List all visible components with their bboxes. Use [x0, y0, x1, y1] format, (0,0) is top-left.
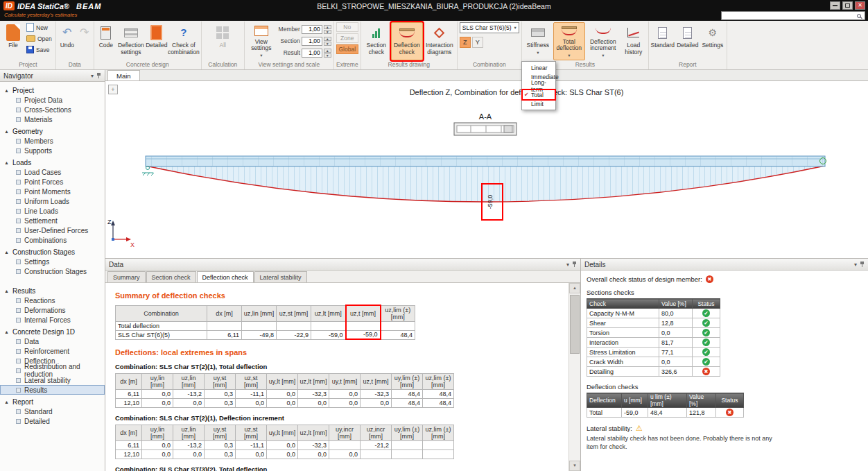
- tab-summary[interactable]: Summary: [107, 271, 146, 282]
- nav-section-report[interactable]: ▲Report: [0, 397, 105, 406]
- panel-menu-icon[interactable]: ▾: [566, 262, 569, 268]
- axis-z-button[interactable]: Z: [460, 37, 471, 48]
- nav-item-detailed[interactable]: Detailed: [0, 416, 105, 426]
- maximize-button[interactable]: [842, 1, 853, 10]
- total-deflection-button[interactable]: Total deflection ▾: [553, 22, 585, 60]
- close-button[interactable]: ✕: [855, 1, 865, 10]
- redo-button[interactable]: ↷: [78, 22, 92, 60]
- extreme-no-button[interactable]: No: [336, 22, 358, 32]
- axis-y-button[interactable]: Y: [472, 37, 483, 48]
- pin-icon[interactable]: [860, 261, 865, 268]
- nav-item-supports[interactable]: Supports: [0, 146, 105, 155]
- nav-section-loads[interactable]: ▲Loads: [0, 157, 105, 167]
- undo-button[interactable]: ↶ Undo: [58, 22, 76, 60]
- tab-deflection-check[interactable]: Deflection check: [197, 271, 254, 282]
- section-check-button[interactable]: Section check: [363, 22, 390, 60]
- nav-item-cross-sections[interactable]: Cross-Sections: [0, 105, 105, 114]
- menu-item-linear[interactable]: Linear: [523, 63, 555, 72]
- deflection-increment-button[interactable]: Deflection increment ▾: [587, 22, 620, 60]
- nav-item-results-selected[interactable]: Results: [0, 385, 105, 395]
- fit-view-button[interactable]: +: [108, 85, 118, 94]
- member-scale-stepper[interactable]: ▲▼: [324, 25, 331, 34]
- nav-item-settings[interactable]: Settings: [0, 257, 105, 266]
- nav-item-internal-forces[interactable]: Internal Forces: [0, 315, 105, 325]
- scroll-up-icon[interactable]: ▲: [569, 283, 580, 293]
- nav-item-project-data[interactable]: Project Data: [0, 95, 105, 105]
- member-scale-input[interactable]: [302, 25, 322, 34]
- nav-item-deformations[interactable]: Deformations: [0, 305, 105, 315]
- section-scale-stepper[interactable]: ▲▼: [324, 37, 331, 46]
- nav-item-reinforcement[interactable]: Reinforcement: [0, 346, 105, 356]
- load-history-button[interactable]: Load history: [621, 22, 646, 60]
- result-scale-input[interactable]: [302, 49, 322, 58]
- step-down-icon[interactable]: ▼: [324, 30, 331, 34]
- deflection-check-button[interactable]: Deflection check: [391, 22, 423, 60]
- report-standard-button[interactable]: Standard: [651, 22, 675, 60]
- table-cell: uz,lt [mm]: [298, 425, 329, 441]
- nav-item-data[interactable]: Data: [0, 336, 105, 346]
- stiffness-button[interactable]: Stiffness ▾: [524, 22, 552, 60]
- search-input[interactable]: [722, 12, 857, 19]
- result-scale-stepper[interactable]: ▲▼: [324, 49, 331, 58]
- nav-item-construction-stages[interactable]: Construction Stages: [0, 266, 105, 276]
- minimize-button[interactable]: [830, 1, 840, 10]
- nav-section-results[interactable]: ▲Results: [0, 286, 105, 296]
- scrollbar-thumb[interactable]: [570, 295, 580, 354]
- nav-item-point-forces[interactable]: Point Forces: [0, 177, 105, 187]
- nav-item-label: Detailed: [24, 418, 50, 425]
- save-button[interactable]: Save: [25, 44, 53, 55]
- detailed-check-button[interactable]: Detailed: [146, 22, 167, 60]
- step-up-icon[interactable]: ▲: [324, 37, 331, 41]
- nav-item-user-defined-forces[interactable]: User-Defined Forces: [0, 225, 105, 235]
- step-down-icon[interactable]: ▼: [324, 53, 331, 58]
- menu-item-limit[interactable]: Limit: [523, 99, 555, 108]
- tab-main[interactable]: Main: [107, 70, 140, 80]
- code-button[interactable]: Code: [96, 22, 116, 60]
- panel-menu-icon[interactable]: ▾: [91, 73, 94, 79]
- file-button[interactable]: File: [3, 22, 24, 60]
- panel-menu-icon[interactable]: ▾: [854, 262, 857, 268]
- nav-item-combinations[interactable]: Combinations: [0, 235, 105, 245]
- nav-section-geometry[interactable]: ▲Geometry: [0, 126, 105, 136]
- scrollbar-track[interactable]: [569, 293, 580, 461]
- step-up-icon[interactable]: ▲: [324, 25, 331, 29]
- combination-select[interactable]: SLS Char ST(6)(5) ▾: [460, 22, 519, 33]
- nav-item-load-cases[interactable]: Load Cases: [0, 167, 105, 177]
- check-of-combination-button[interactable]: ? Check of combination: [168, 22, 199, 60]
- nav-item-line-loads[interactable]: Line Loads: [0, 206, 105, 216]
- tab-lateral-stability[interactable]: Lateral stability: [254, 271, 307, 282]
- table-cell: dx [m]: [116, 425, 142, 441]
- deflection-settings-button[interactable]: Deflection settings: [117, 22, 145, 60]
- nav-item-reactions[interactable]: Reactions: [0, 296, 105, 305]
- open-button[interactable]: Open: [25, 33, 53, 44]
- extreme-global-button[interactable]: Global: [336, 44, 358, 54]
- section-scale-input[interactable]: [302, 37, 322, 46]
- extreme-zone-button[interactable]: Zone: [336, 33, 358, 43]
- pin-icon[interactable]: [572, 261, 577, 268]
- step-up-icon[interactable]: ▲: [324, 49, 331, 53]
- search-icon[interactable]: [857, 14, 861, 18]
- nav-item-settlement[interactable]: Settlement: [0, 216, 105, 225]
- tab-section-check[interactable]: Section check: [146, 271, 196, 282]
- nav-item-materials[interactable]: Materials: [0, 114, 105, 124]
- nav-section-construction-stages[interactable]: ▲Construction Stages: [0, 247, 105, 257]
- vertical-scrollbar[interactable]: ▲ ▼: [568, 283, 580, 471]
- nav-section-project[interactable]: ▲Project: [0, 85, 105, 95]
- menu-item-long-term[interactable]: Long-term: [523, 81, 555, 90]
- calculate-all-button[interactable]: All: [211, 22, 234, 60]
- new-button[interactable]: New: [25, 22, 53, 33]
- nav-item-redistribution-and-reduction[interactable]: Redistribution and reduction: [0, 366, 105, 375]
- pin-icon[interactable]: [96, 72, 101, 79]
- stiffness-label: Stiffness: [527, 42, 549, 49]
- report-settings-button[interactable]: ⚙ Settings: [701, 22, 724, 60]
- scroll-down-icon[interactable]: ▼: [569, 461, 580, 471]
- step-down-icon[interactable]: ▼: [324, 42, 331, 46]
- nav-item-members[interactable]: Members: [0, 136, 105, 146]
- nav-item-point-moments[interactable]: Point Moments: [0, 187, 105, 196]
- report-detailed-button[interactable]: Detailed: [676, 22, 700, 60]
- interaction-diagrams-button[interactable]: Interaction diagrams: [424, 22, 455, 60]
- nav-item-uniform-loads[interactable]: Uniform Loads: [0, 196, 105, 206]
- nav-section-concrete-design-1d[interactable]: ▲Concrete Design 1D: [0, 327, 105, 336]
- nav-item-standard[interactable]: Standard: [0, 406, 105, 416]
- view-settings-button[interactable]: View settings ▾: [247, 22, 276, 60]
